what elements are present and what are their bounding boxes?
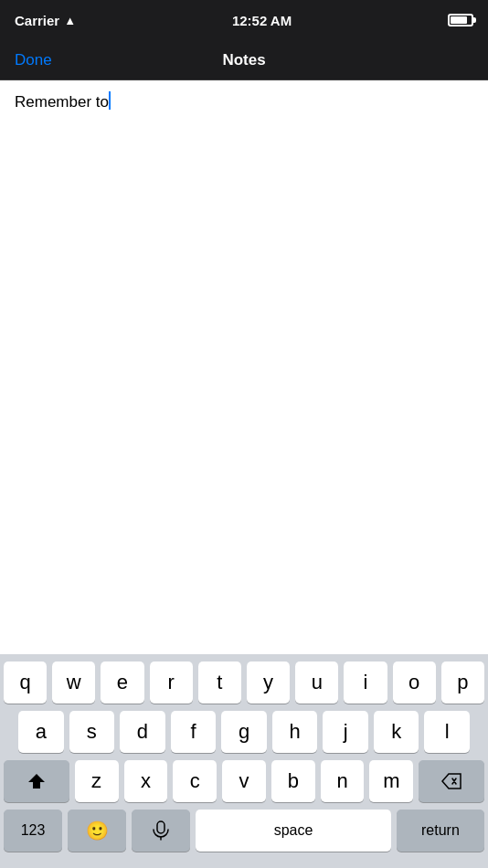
key-a[interactable]: a xyxy=(18,711,64,753)
key-i[interactable]: i xyxy=(344,662,387,704)
svg-rect-0 xyxy=(157,821,164,833)
key-s[interactable]: s xyxy=(69,711,115,753)
key-g[interactable]: g xyxy=(221,711,267,753)
key-k[interactable]: k xyxy=(374,711,419,753)
status-right xyxy=(448,14,473,26)
nav-bar: Done Notes xyxy=(0,40,488,80)
status-bar: Carrier ▲ 12:52 AM xyxy=(0,0,488,40)
nav-title: Notes xyxy=(222,51,265,69)
keyboard: q w e r t y u i o p a s d f g h j k l z … xyxy=(0,654,488,868)
battery-icon xyxy=(448,14,473,26)
keyboard-bottom-padding xyxy=(0,859,488,868)
key-c[interactable]: c xyxy=(173,760,217,802)
keyboard-row-2: a s d f g h j k l xyxy=(0,711,488,753)
key-d[interactable]: d xyxy=(120,711,165,753)
content-area[interactable]: Remember to xyxy=(0,80,488,654)
key-f[interactable]: f xyxy=(171,711,217,753)
carrier-label: Carrier xyxy=(15,13,59,28)
key-v[interactable]: v xyxy=(222,760,266,802)
mic-key[interactable] xyxy=(132,810,190,852)
note-text: Remember to xyxy=(15,93,109,111)
status-left: Carrier ▲ xyxy=(15,13,76,28)
text-cursor xyxy=(109,91,111,110)
battery-fill xyxy=(451,16,467,24)
keyboard-row-3: z x c v b n m xyxy=(0,760,488,802)
emoji-key[interactable]: 🙂 xyxy=(68,810,126,852)
space-key[interactable]: space xyxy=(196,810,391,852)
key-p[interactable]: p xyxy=(441,662,484,704)
key-t[interactable]: t xyxy=(198,662,241,704)
keyboard-bottom-row: 123 🙂 space return xyxy=(0,810,488,852)
keyboard-row-1: q w e r t y u i o p xyxy=(0,662,488,704)
key-e[interactable]: e xyxy=(101,662,143,704)
key-h[interactable]: h xyxy=(272,711,318,753)
key-l[interactable]: l xyxy=(424,711,470,753)
key-m[interactable]: m xyxy=(369,760,413,802)
key-u[interactable]: u xyxy=(295,662,338,704)
numbers-key[interactable]: 123 xyxy=(4,810,62,852)
key-n[interactable]: n xyxy=(321,760,365,802)
key-b[interactable]: b xyxy=(271,760,315,802)
key-z[interactable]: z xyxy=(75,760,119,802)
shift-key[interactable] xyxy=(4,760,69,802)
wifi-icon: ▲ xyxy=(64,14,76,27)
key-j[interactable]: j xyxy=(323,711,368,753)
backspace-key[interactable] xyxy=(419,760,484,802)
key-x[interactable]: x xyxy=(124,760,168,802)
return-key[interactable]: return xyxy=(397,810,484,852)
key-o[interactable]: o xyxy=(393,662,436,704)
key-q[interactable]: q xyxy=(4,662,47,704)
key-w[interactable]: w xyxy=(52,662,95,704)
key-y[interactable]: y xyxy=(247,662,290,704)
done-button[interactable]: Done xyxy=(15,51,52,69)
status-time: 12:52 AM xyxy=(232,13,292,28)
key-r[interactable]: r xyxy=(150,662,193,704)
